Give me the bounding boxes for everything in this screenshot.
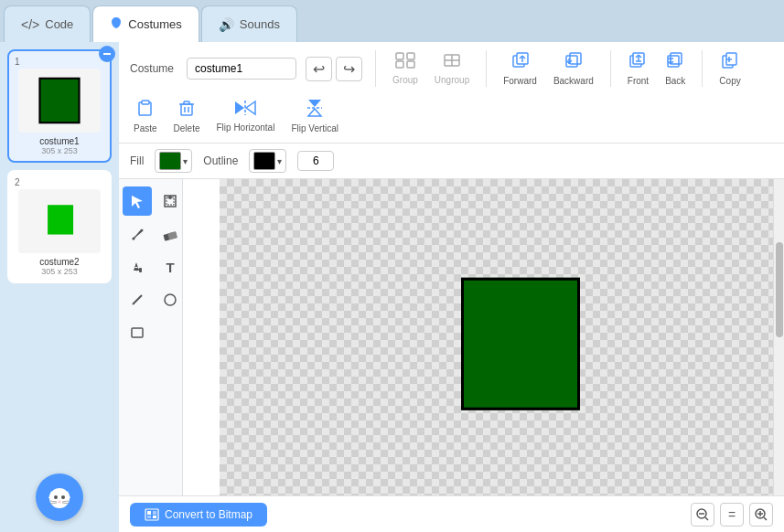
back-button[interactable]: Back [661,49,689,88]
ungroup-button[interactable]: Ungroup [431,50,473,87]
canvas-content[interactable] [220,179,773,495]
convert-to-bitmap-button[interactable]: Convert to Bitmap [130,503,267,527]
select-tool-button[interactable] [123,186,152,216]
svg-rect-68 [135,267,138,268]
zoom-reset-button[interactable]: = [720,503,744,527]
flip-vertical-button[interactable]: Flip Vertical [287,97,342,135]
stroke-width-input[interactable] [297,151,334,171]
svg-rect-0 [103,53,111,55]
tab-sounds[interactable]: 🔊 Sounds [201,5,297,42]
drawn-rectangle[interactable] [461,278,580,410]
flip-horizontal-button[interactable]: Flip Horizontal [212,98,278,134]
svg-rect-2 [48,205,73,234]
svg-rect-48 [181,104,192,115]
costume-name-input[interactable] [187,58,296,80]
svg-marker-58 [308,100,321,107]
backward-button[interactable]: Backward [550,49,597,88]
ungroup-label: Ungroup [435,75,469,85]
back-icon [666,51,684,74]
paste-icon [136,99,155,122]
zoom-out-button[interactable] [691,503,714,527]
front-button[interactable]: Front [624,49,652,88]
costume-1-name: costume1 [15,136,104,146]
svg-point-64 [168,196,172,199]
back-label: Back [665,76,685,86]
fill-color-swatch [159,152,181,170]
add-costume-button[interactable] [36,473,83,521]
svg-marker-61 [132,196,143,208]
group-button[interactable]: Group [389,50,422,87]
fill-tool-button[interactable] [123,252,152,282]
tab-bar: </> Code Costumes 🔊 Sounds [0,0,784,42]
tab-sounds-label: Sounds [240,17,280,31]
front-label: Front [628,76,649,86]
canvas-scrollbar[interactable] [773,179,784,495]
copy-icon [721,51,739,74]
svg-point-6 [54,495,58,499]
tab-costumes[interactable]: Costumes [92,5,199,42]
svg-rect-75 [147,511,151,515]
text-tool-button[interactable]: T [156,252,185,282]
flip-h-label: Flip Horizontal [216,122,274,133]
rect-tool-button[interactable] [123,318,152,347]
svg-rect-1 [39,79,79,122]
fill-color-button[interactable]: ▾ [155,149,192,173]
delete-costume-1-button[interactable] [99,46,115,62]
svg-rect-73 [132,328,143,337]
canvas-left-strip [187,179,220,495]
copy-label: Copy [719,76,740,86]
fill-color-arrow: ▾ [183,156,188,166]
costume-item-2[interactable]: 2 costume2 305 x 253 [7,170,112,283]
delete-button[interactable]: Delete [170,97,204,135]
redo-button[interactable]: ↪ [336,57,362,81]
reshape-tool-button[interactable] [156,186,185,216]
costume-2-num: 2 [15,177,104,187]
svg-rect-16 [407,61,414,68]
circle-tool-button[interactable] [156,285,185,314]
costume-item-1[interactable]: 1 costume1 305 x 253 [7,49,112,163]
tab-code[interactable]: </> Code [4,5,91,42]
costume-1-canvas [18,69,101,133]
bottom-bar: Convert to Bitmap = [119,495,784,532]
divider-1 [375,50,376,87]
line-tool-button[interactable] [123,285,152,314]
svg-point-65 [133,238,135,240]
forward-button[interactable]: Forward [499,49,541,88]
scrollbar-thumb[interactable] [776,242,783,337]
text-tool-icon: T [166,260,174,275]
flip-h-icon [234,100,256,121]
undo-button[interactable]: ↩ [306,57,332,81]
costume-2-canvas [18,189,101,253]
canvas-area[interactable] [187,179,784,495]
brush-tool-button[interactable] [123,219,152,249]
costumes-icon [110,16,123,32]
svg-marker-60 [308,109,321,116]
ungroup-icon [442,52,462,73]
main-layout: 1 costume1 305 x 253 2 costume2 305 x 25… [0,42,784,532]
flip-v-label: Flip Vertical [291,123,338,133]
tab-costumes-label: Costumes [128,17,182,31]
forward-label: Forward [503,76,537,86]
zoom-controls: = [691,503,773,527]
svg-rect-15 [396,61,403,68]
divider-3 [610,50,611,87]
svg-line-71 [133,295,142,304]
toolbar-row2: Fill ▾ Outline ▾ [119,144,784,179]
costume-1-num: 1 [15,57,104,67]
zoom-eq-icon: = [728,507,736,522]
delete-icon [177,99,196,122]
content-area: Costume ↩ ↪ Group Ungroup [119,42,784,532]
svg-line-80 [705,517,708,520]
svg-rect-76 [153,511,156,515]
zoom-in-button[interactable] [749,503,773,527]
svg-rect-78 [153,516,156,518]
sounds-icon: 🔊 [219,17,234,32]
copy-button[interactable]: Copy [715,49,744,88]
eraser-tool-button[interactable] [156,219,185,249]
svg-rect-47 [142,101,149,104]
svg-line-83 [764,517,767,520]
outline-color-button[interactable]: ▾ [249,149,286,173]
paste-button[interactable]: Paste [130,97,161,135]
svg-rect-77 [147,516,151,518]
svg-marker-55 [235,101,244,114]
